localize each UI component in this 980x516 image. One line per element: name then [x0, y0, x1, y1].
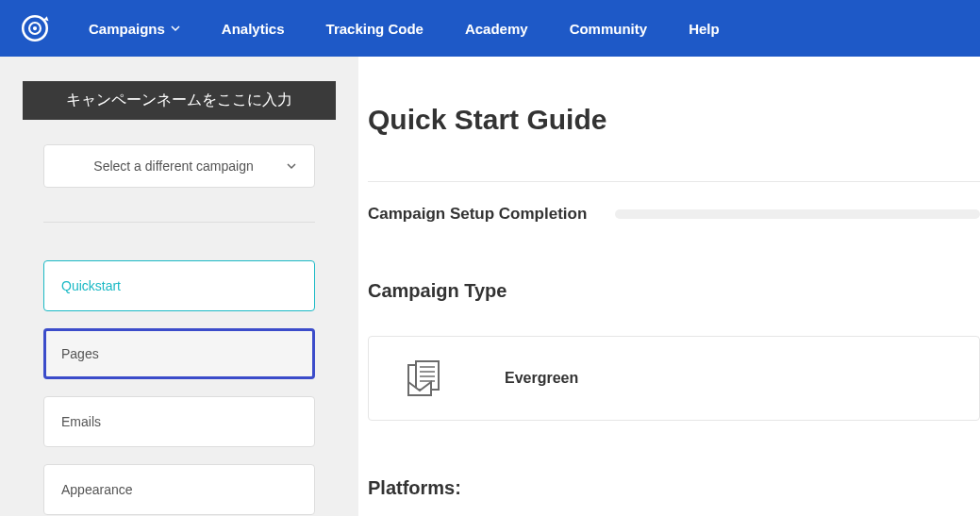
nav-campaigns[interactable]: Campaigns: [89, 21, 180, 37]
divider: [43, 222, 315, 223]
sidebar-item-emails[interactable]: Emails: [43, 396, 315, 447]
nav-label: Academy: [465, 21, 528, 37]
nav-label: Help: [689, 21, 720, 37]
sidebar: キャンペーンネームをここに入力 Select a different campa…: [0, 57, 358, 516]
sidebar-item-label: Emails: [61, 414, 101, 429]
campaign-type-value: Evergreen: [505, 370, 578, 387]
nav-label: Campaigns: [89, 21, 165, 37]
nav-label: Analytics: [222, 21, 285, 37]
main-container: キャンペーンネームをここに入力 Select a different campa…: [0, 57, 980, 516]
svg-point-2: [33, 26, 37, 30]
main-content: Quick Start Guide Campaign Setup Complet…: [358, 57, 980, 516]
campaign-type-card[interactable]: Evergreen: [368, 336, 980, 421]
campaign-name-input[interactable]: キャンペーンネームをここに入力: [23, 81, 336, 120]
top-nav: Campaigns Analytics Tracking Code Academ…: [0, 0, 980, 57]
sidebar-item-pages[interactable]: Pages: [43, 328, 315, 379]
campaign-name-text: キャンペーンネームをここに入力: [66, 92, 292, 108]
platforms-title: Platforms:: [368, 477, 980, 499]
nav-tracking-code[interactable]: Tracking Code: [326, 21, 424, 37]
nav-label: Community: [570, 21, 648, 37]
nav-community[interactable]: Community: [570, 21, 648, 37]
campaign-type-title: Campaign Type: [368, 280, 980, 302]
sidebar-item-quickstart[interactable]: Quickstart: [43, 260, 315, 311]
sidebar-menu: Quickstart Pages Emails Appearance: [43, 260, 315, 515]
logo-icon: [19, 12, 51, 44]
progress-bar: [615, 209, 980, 219]
document-stack-icon: [407, 359, 448, 397]
nav-label: Tracking Code: [326, 21, 424, 37]
sidebar-item-appearance[interactable]: Appearance: [43, 464, 315, 515]
completion-label: Campaign Setup Completion: [368, 205, 587, 224]
sidebar-item-label: Appearance: [61, 482, 133, 497]
sidebar-item-label: Pages: [61, 346, 99, 361]
chevron-down-icon: [171, 24, 180, 33]
completion-row: Campaign Setup Completion: [368, 205, 980, 224]
sidebar-item-label: Quickstart: [61, 278, 121, 293]
page-title: Quick Start Guide: [368, 104, 980, 136]
campaign-select-dropdown[interactable]: Select a different campaign: [43, 144, 315, 188]
nav-items: Campaigns Analytics Tracking Code Academ…: [89, 21, 720, 37]
nav-help[interactable]: Help: [689, 21, 720, 37]
chevron-down-icon: [286, 160, 297, 172]
divider: [368, 181, 980, 182]
nav-analytics[interactable]: Analytics: [222, 21, 285, 37]
nav-academy[interactable]: Academy: [465, 21, 528, 37]
campaign-select-label: Select a different campaign: [61, 158, 286, 174]
